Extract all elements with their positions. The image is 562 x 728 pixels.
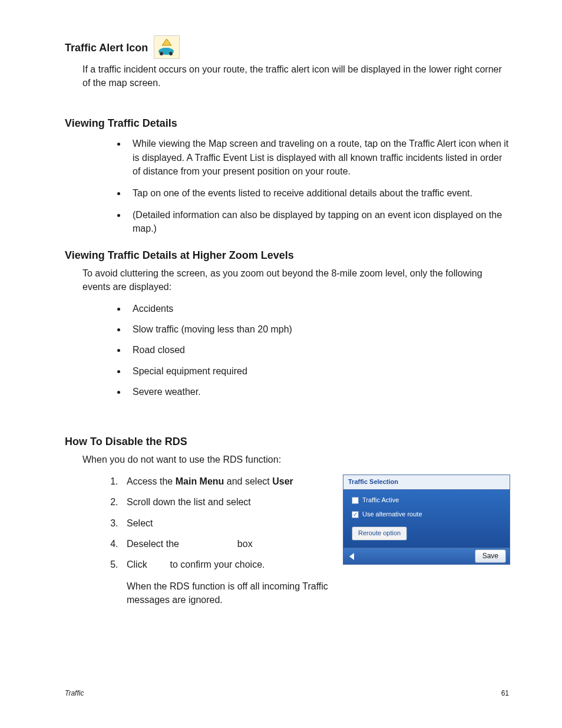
checkbox-label: Traffic Active bbox=[362, 496, 399, 505]
checkbox-row-traffic-active[interactable]: Traffic Active bbox=[352, 496, 501, 505]
step-text: Access the bbox=[127, 476, 176, 486]
step-bold: User bbox=[272, 476, 293, 486]
svg-point-2 bbox=[160, 52, 163, 55]
checkbox-label: Use alternative route bbox=[362, 510, 422, 519]
checkbox-checked-icon: ✓ bbox=[352, 511, 359, 518]
bullet-item: Accidents bbox=[127, 302, 509, 315]
bullet-item: Severe weather. bbox=[127, 385, 509, 398]
heading-viewing-traffic-higher-zoom: Viewing Traffic Details at Higher Zoom L… bbox=[65, 248, 509, 263]
step-text: box bbox=[234, 539, 252, 549]
para-traffic-alert: If a traffic incident occurs on your rou… bbox=[82, 62, 509, 90]
bullet-item: Special equipment required bbox=[127, 364, 509, 378]
traffic-selection-panel: Traffic Selection Traffic Active ✓ Use a… bbox=[343, 475, 510, 565]
bullet-item: While viewing the Map screen and traveli… bbox=[127, 137, 509, 178]
bullet-item: Road closed bbox=[127, 343, 509, 357]
heading-viewing-traffic-details: Viewing Traffic Details bbox=[65, 116, 509, 131]
svg-marker-0 bbox=[162, 39, 171, 45]
heading-traffic-alert-icon: Traffic Alert Icon bbox=[65, 40, 148, 55]
bullet-item: (Detailed information can also be displa… bbox=[127, 208, 509, 235]
svg-rect-4 bbox=[163, 48, 170, 51]
para-zoom-intro: To avoid cluttering the screen, as you z… bbox=[82, 266, 509, 294]
svg-marker-5 bbox=[349, 553, 354, 560]
footer-section: Traffic bbox=[65, 689, 84, 699]
heading-how-to-disable-rds: How To Disable the RDS bbox=[65, 434, 509, 449]
back-arrow-button[interactable] bbox=[347, 551, 358, 562]
svg-point-3 bbox=[169, 52, 173, 55]
bullet-item: Slow traffic (moving less than 20 mph) bbox=[127, 322, 509, 336]
panel-title: Traffic Selection bbox=[343, 475, 510, 490]
traffic-alert-icon bbox=[154, 35, 180, 59]
checkbox-unchecked-icon bbox=[352, 497, 359, 504]
step-text: to confirm your choice. bbox=[167, 559, 265, 569]
save-button[interactable]: Save bbox=[475, 549, 506, 563]
para-rds-intro: When you do not want to use the RDS func… bbox=[82, 453, 509, 466]
step-bold: Main Menu bbox=[176, 476, 224, 486]
step-text: Click bbox=[127, 559, 150, 569]
step-text: Deselect the bbox=[127, 539, 181, 549]
step-item: Click to confirm your choice. When the R… bbox=[121, 558, 509, 607]
checkbox-row-alt-route[interactable]: ✓ Use alternative route bbox=[352, 510, 501, 519]
bullet-item: Tap on one of the events listed to recei… bbox=[127, 186, 509, 200]
step-text: and select bbox=[224, 476, 272, 486]
step-note: When the RDS function is off all incomin… bbox=[127, 579, 333, 607]
reroute-option-button[interactable]: Reroute option bbox=[352, 526, 407, 541]
page-number: 61 bbox=[501, 689, 509, 699]
